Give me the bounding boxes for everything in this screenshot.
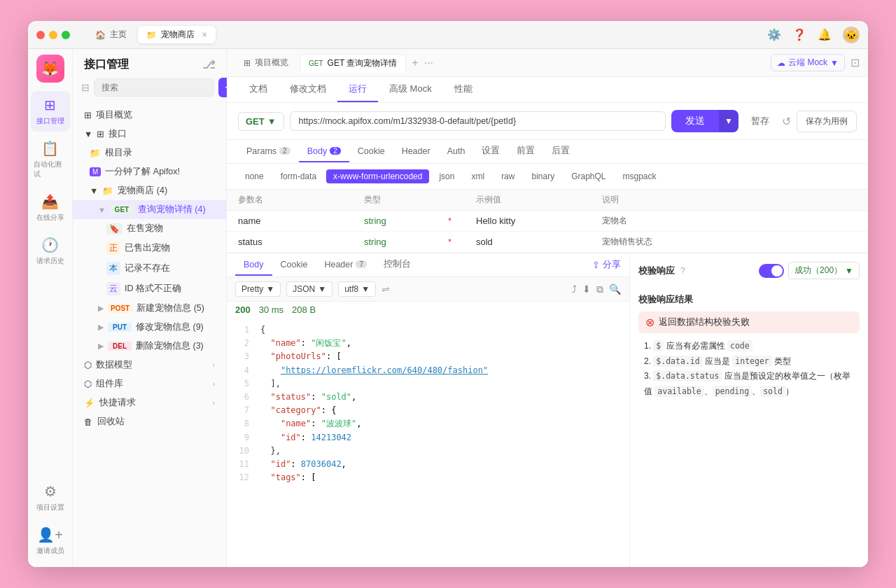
- nav-item-sold[interactable]: 正 已售出宠物: [73, 238, 226, 258]
- minimize-button[interactable]: [49, 31, 57, 39]
- nav-header-icons: ⎇: [202, 58, 215, 71]
- filter-icon[interactable]: ⊟: [81, 82, 90, 93]
- close-button[interactable]: [36, 31, 45, 39]
- code-line-5: 5 ],: [235, 377, 621, 391]
- content-tab-overview[interactable]: ⊞ 项目概览: [235, 54, 297, 71]
- body-type-binary[interactable]: binary: [524, 169, 561, 183]
- search-input[interactable]: [94, 78, 214, 97]
- param-tab-settings[interactable]: 设置: [473, 140, 508, 163]
- layout-toggle-button[interactable]: ⊡: [850, 56, 860, 69]
- verify-code-select[interactable]: 成功（200） ▼: [788, 262, 860, 279]
- body-type-urlencoded[interactable]: x-www-form-urlencoded: [326, 169, 429, 183]
- notification-icon[interactable]: 🔔: [818, 28, 832, 41]
- response-tab-header[interactable]: Header 7: [316, 255, 375, 276]
- sidebar-item-history[interactable]: 🕐 请求历史: [31, 231, 70, 272]
- param-tab-header[interactable]: Header: [393, 141, 439, 162]
- param-tab-cookie[interactable]: Cookie: [349, 141, 393, 162]
- maximize-button[interactable]: [62, 31, 70, 39]
- sub-tabs: 文档 修改文档 运行 高级 Mock 性能: [227, 77, 868, 103]
- body-type-json[interactable]: json: [432, 169, 461, 183]
- share-response-button[interactable]: ⇧ 分享: [592, 259, 621, 271]
- param-tab-body[interactable]: Body 2: [299, 141, 349, 162]
- sidebar-item-settings[interactable]: ⚙ 项目设置: [31, 477, 70, 518]
- nav-item-data-model[interactable]: ⬡ 数据模型 ›: [73, 356, 226, 374]
- refresh-button[interactable]: ↺: [782, 115, 791, 128]
- nav-item-trash[interactable]: 🗑 回收站: [73, 412, 226, 431]
- nav-item-new-pet[interactable]: ▶ POST 新建宠物信息 (5): [73, 299, 226, 318]
- copy-response-button[interactable]: ⤴: [572, 284, 577, 295]
- param-desc-0: 宠物名: [602, 215, 857, 227]
- tab-close-button[interactable]: ✕: [202, 31, 207, 38]
- sidebar-item-invite[interactable]: 👤+ 邀请成员: [31, 521, 70, 561]
- pet-shop-folder-icon: 📁: [102, 186, 113, 196]
- nav-item-in-sale[interactable]: 🔖 在售宠物: [73, 219, 226, 238]
- verify-error-item-0: 1. $ 应当有必需属性 code: [641, 339, 860, 354]
- body-type-xml[interactable]: xml: [464, 169, 491, 183]
- tab-pet-shop[interactable]: 📁 宠物商店 ✕: [138, 26, 216, 43]
- sub-tab-doc[interactable]: 文档: [238, 77, 279, 102]
- sub-tab-advanced-mock[interactable]: 高级 Mock: [378, 77, 443, 102]
- search-response-button[interactable]: 🔍: [609, 284, 621, 295]
- nav-item-pet-shop[interactable]: ▼ 📁 宠物商店 (4): [73, 181, 226, 200]
- sub-tab-run[interactable]: 运行: [337, 77, 378, 102]
- lang-select[interactable]: JSON ▼: [286, 281, 332, 297]
- response-tab-console[interactable]: 控制台: [375, 253, 419, 276]
- param-tab-params[interactable]: Params 2: [238, 141, 299, 162]
- nav-item-query-pet[interactable]: ▼ GET 查询宠物详情 (4): [73, 200, 226, 219]
- param-tab-pre[interactable]: 前置: [508, 140, 543, 163]
- help-icon[interactable]: ❓: [792, 28, 806, 41]
- verify-toggle[interactable]: [759, 264, 784, 278]
- nav-item-root[interactable]: 📁 根目录: [73, 144, 226, 162]
- param-tab-auth[interactable]: Auth: [439, 141, 474, 162]
- download-response-button[interactable]: ⬇: [582, 284, 591, 295]
- nav-item-update-pet[interactable]: ▶ PUT 修改宠物信息 (9): [73, 318, 226, 337]
- body-type-graphql[interactable]: GraphQL: [564, 169, 612, 183]
- verify-help-icon[interactable]: ?: [680, 266, 685, 276]
- body-type-form-data[interactable]: form-data: [274, 169, 323, 183]
- encoding-select[interactable]: utf8 ▼: [338, 281, 376, 297]
- mock-badge[interactable]: ☁ 云端 Mock ▼: [771, 54, 845, 71]
- format-select[interactable]: Pretty ▼: [235, 281, 281, 297]
- nav-item-overview[interactable]: ⊞ 项目概览: [73, 106, 226, 125]
- send-button[interactable]: 发送: [671, 110, 719, 132]
- sidebar-item-auto-test[interactable]: 📋 自动化测试: [31, 134, 70, 185]
- status-code: 200: [235, 304, 251, 315]
- content-tab-query-pet[interactable]: GET GET 查询宠物详情: [300, 54, 406, 73]
- add-tab-button[interactable]: +: [409, 57, 421, 69]
- nav-item-components[interactable]: ⬡ 组件库 ›: [73, 374, 226, 393]
- save-button[interactable]: 暂存: [744, 111, 776, 132]
- nav-item-delete-pet[interactable]: ▶ DEL 删除宠物信息 (3): [73, 337, 226, 356]
- nav-item-quick-request-label: 快捷请求: [99, 397, 136, 409]
- nav-header-icon-branch[interactable]: ⎇: [202, 58, 215, 71]
- sidebar-item-share[interactable]: 📤 在线分享: [31, 188, 70, 228]
- nav-item-not-exist[interactable]: 本 记录不存在: [73, 258, 226, 279]
- save-example-button[interactable]: 保存为用例: [797, 111, 857, 132]
- expand-response-button[interactable]: ⧉: [596, 284, 603, 295]
- settings-icon[interactable]: ⚙️: [767, 28, 781, 41]
- response-tab-cookie[interactable]: Cookie: [272, 255, 316, 276]
- nav-item-interface[interactable]: ▼ ⊞ 接口: [73, 125, 226, 144]
- param-type-0: string: [364, 216, 448, 226]
- body-type-none[interactable]: none: [238, 169, 271, 183]
- sub-tab-perf[interactable]: 性能: [443, 77, 484, 102]
- nav-item-invalid-id[interactable]: 云 ID 格式不正确: [73, 279, 226, 299]
- nav-item-quick-request[interactable]: ⚡ 快捷请求 ›: [73, 393, 226, 412]
- sub-tab-edit-doc[interactable]: 修改文档: [279, 77, 337, 102]
- nav-item-query-pet-label: 查询宠物详情 (4): [138, 204, 206, 216]
- avatar[interactable]: 🐱: [843, 27, 860, 43]
- more-tabs-button[interactable]: ···: [424, 57, 433, 69]
- method-select[interactable]: GET ▼: [238, 112, 284, 131]
- nav-item-apifox-intro[interactable]: M 一分钟了解 Apifox!: [73, 162, 226, 181]
- url-input[interactable]: [290, 111, 666, 131]
- response-tab-body[interactable]: Body: [235, 255, 272, 276]
- body-type-msgpack[interactable]: msgpack: [616, 169, 664, 183]
- send-dropdown-button[interactable]: ▼: [719, 110, 738, 132]
- tab-home[interactable]: 🏠 主页: [87, 26, 135, 43]
- param-tab-post[interactable]: 后置: [543, 140, 578, 163]
- doc-icon: M: [90, 167, 101, 176]
- param-required-0: *: [448, 216, 476, 226]
- sidebar-item-api-manage[interactable]: ⊞ 接口管理: [31, 91, 70, 132]
- body-type-raw[interactable]: raw: [494, 169, 522, 183]
- wrap-icon[interactable]: ⇌: [382, 284, 390, 295]
- nav-item-update-pet-label: 修改宠物信息 (9): [136, 321, 204, 333]
